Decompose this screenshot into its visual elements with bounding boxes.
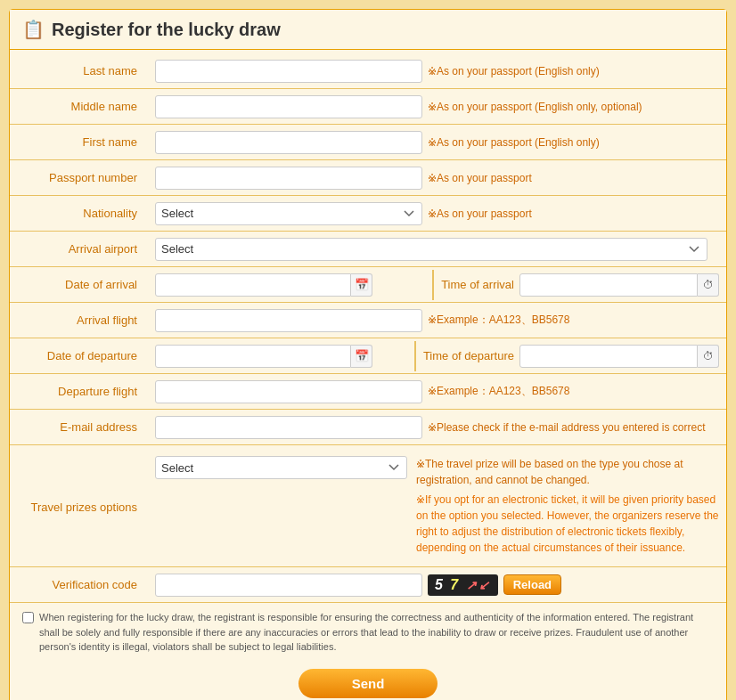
passport-number-row: Passport number ※As on your passport: [10, 160, 726, 196]
departure-date-section: Date of departure 📅: [10, 341, 414, 371]
date-of-arrival-wrap: 📅: [155, 273, 372, 297]
form-icon: 📋: [22, 19, 45, 40]
registration-form: 📋 Register for the lucky draw Last name …: [9, 9, 727, 700]
travel-prizes-notes: ※The travel prize will be based on the t…: [416, 456, 719, 556]
travel-prize-note-1: ※The travel prize will be based on the t…: [416, 456, 719, 488]
travel-prizes-content: Select ※The travel prize will be based o…: [148, 451, 726, 561]
disclaimer-row: When registering for the lucky draw, the…: [10, 603, 726, 662]
first-name-input[interactable]: [155, 131, 422, 154]
arrival-flight-label: Arrival flight: [10, 306, 148, 334]
date-of-departure-content: 📅: [148, 341, 414, 371]
first-name-label: First name: [10, 128, 148, 156]
form-title-bar: 📋 Register for the lucky draw: [10, 10, 726, 50]
time-of-arrival-section: Time of arrival ⏱: [433, 270, 726, 300]
first-name-content: ※As on your passport (English only): [148, 127, 726, 158]
verification-label: Verification code: [10, 571, 148, 598]
email-row: E-mail address ※Please check if the e-ma…: [10, 410, 726, 445]
last-name-content: ※As on your passport (English only): [148, 56, 726, 86]
nationality-select[interactable]: Select: [155, 202, 422, 225]
disclaimer-checkbox[interactable]: [22, 612, 34, 623]
middle-name-label: Middle name: [10, 93, 148, 120]
travel-prizes-select[interactable]: Select: [155, 456, 407, 479]
passport-number-hint: ※As on your passport: [428, 172, 532, 184]
email-input[interactable]: [155, 416, 422, 439]
date-of-arrival-label: Date of arrival: [10, 271, 148, 298]
nationality-row: Nationality Select ※As on your passport: [10, 196, 726, 232]
time-of-arrival-wrap: ⏱: [519, 273, 719, 297]
nationality-label: Nationality: [10, 199, 148, 227]
send-row: Send: [10, 662, 726, 698]
departure-flight-input[interactable]: [155, 380, 422, 403]
send-button[interactable]: Send: [298, 669, 438, 698]
departure-time-section: Time of departure ⏱: [414, 341, 726, 371]
arrival-airport-select[interactable]: Select: [155, 238, 707, 261]
arrival-airport-content: Select: [148, 234, 726, 265]
last-name-label: Last name: [10, 57, 148, 85]
time-of-arrival-input[interactable]: [519, 273, 698, 297]
arrival-flight-hint: ※Example：AA123、BB5678: [428, 313, 569, 328]
arrival-date-section: Date of arrival 📅: [10, 270, 432, 300]
arrival-time-section: Time of arrival ⏱: [432, 270, 726, 300]
email-content: ※Please check if the e-mail address you …: [148, 412, 726, 443]
first-name-hint: ※As on your passport (English only): [428, 136, 600, 149]
last-name-row: Last name ※As on your passport (English …: [10, 53, 726, 89]
passport-number-input[interactable]: [155, 167, 422, 190]
last-name-input[interactable]: [155, 60, 422, 83]
passport-number-content: ※As on your passport: [148, 163, 726, 193]
reload-button[interactable]: Reload: [503, 574, 561, 595]
date-of-arrival-input[interactable]: [155, 273, 351, 297]
nationality-content: Select ※As on your passport: [148, 199, 726, 229]
middle-name-input[interactable]: [155, 95, 422, 118]
arrival-flight-input[interactable]: [155, 309, 422, 332]
departure-flight-hint: ※Example：AA123、BB5678: [428, 384, 569, 399]
time-of-arrival-clock-icon[interactable]: ⏱: [698, 273, 719, 297]
disclaimer-text: When registering for the lucky draw, the…: [39, 610, 714, 655]
travel-prizes-label: Travel prizes options: [10, 492, 148, 521]
departure-flight-row: Departure flight ※Example：AA123、BB5678: [10, 374, 726, 410]
travel-prize-note-2: ※If you opt for an electronic ticket, it…: [416, 492, 719, 556]
form-title: Register for the lucky draw: [52, 20, 281, 40]
travel-prizes-row: Travel prizes options Select ※The travel…: [10, 445, 726, 567]
date-of-departure-wrap: 📅: [155, 345, 372, 368]
email-hint: ※Please check if the e-mail address you …: [428, 421, 705, 434]
arrival-airport-label: Arrival airport: [10, 235, 148, 263]
captcha-image: 5 7 ↗↙: [428, 574, 498, 596]
middle-name-hint: ※As on your passport (English only, opti…: [428, 101, 642, 113]
departure-flight-label: Departure flight: [10, 378, 148, 405]
date-of-departure-input[interactable]: [155, 345, 351, 368]
last-name-hint: ※As on your passport (English only): [428, 65, 600, 77]
departure-datetime-row: Date of departure 📅 Time of departure ⏱: [10, 338, 726, 374]
time-of-departure-label: Time of departure: [423, 349, 514, 362]
passport-number-label: Passport number: [10, 164, 148, 191]
time-of-departure-wrap: ⏱: [519, 345, 719, 368]
captcha-wrap: 5 7 ↗↙ Reload: [428, 574, 561, 596]
verification-row: Verification code 5 7 ↗↙ Reload: [10, 567, 726, 603]
arrival-flight-row: Arrival flight ※Example：AA123、BB5678: [10, 303, 726, 338]
middle-name-row: Middle name ※As on your passport (Englis…: [10, 89, 726, 125]
arrival-airport-row: Arrival airport Select: [10, 232, 726, 267]
departure-flight-content: ※Example：AA123、BB5678: [148, 377, 726, 407]
date-of-arrival-content: 📅: [148, 270, 432, 300]
nationality-hint: ※As on your passport: [428, 208, 532, 220]
arrival-datetime-row: Date of arrival 📅 Time of arrival ⏱: [10, 267, 726, 303]
date-of-arrival-calendar-icon[interactable]: 📅: [351, 273, 372, 297]
time-of-departure-section: Time of departure ⏱: [415, 341, 726, 371]
time-of-departure-clock-icon[interactable]: ⏱: [698, 345, 719, 368]
time-of-departure-input[interactable]: [519, 345, 698, 368]
verification-input[interactable]: [155, 574, 422, 597]
date-of-departure-label: Date of departure: [10, 342, 148, 370]
time-of-arrival-label: Time of arrival: [441, 278, 514, 291]
first-name-row: First name ※As on your passport (English…: [10, 125, 726, 160]
verification-content: 5 7 ↗↙ Reload: [148, 570, 726, 600]
email-label: E-mail address: [10, 413, 148, 441]
arrival-flight-content: ※Example：AA123、BB5678: [148, 305, 726, 336]
date-of-departure-calendar-icon[interactable]: 📅: [351, 345, 372, 368]
middle-name-content: ※As on your passport (English only, opti…: [148, 92, 726, 122]
